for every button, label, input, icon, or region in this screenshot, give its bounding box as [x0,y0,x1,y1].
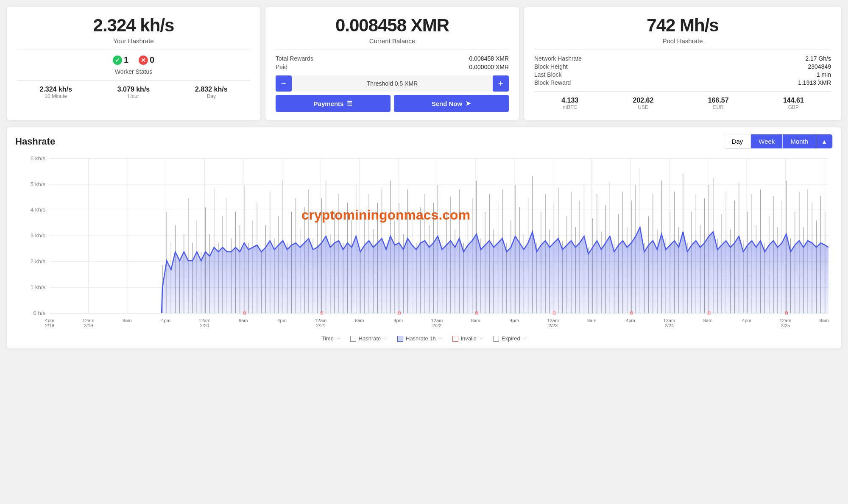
expired-legend-box [493,336,499,342]
block-height-label: Block Height [534,63,568,70]
balance-panel: 0.008458 XMR Current Balance Total Rewar… [265,7,519,120]
payments-icon: ☰ [347,100,352,107]
stat-10min-label: 10 Minute [39,93,72,99]
paid-row: Paid 0.000000 XMR [276,64,509,70]
block-reward-value: 1.1913 XMR [798,79,831,86]
chart-section: Hashrate Day Week Month ▲ cryptominingon… [7,127,841,348]
legend-hashrate1h: Hashrate 1h -- [397,335,442,342]
svg-text:6 kh/s: 6 kh/s [31,155,45,161]
svg-text:0 h/s: 0 h/s [33,310,45,316]
legend-hashrate1h-value: -- [438,335,442,342]
chart-svg: 6 kh/s 5 kh/s 4 kh/s 3 kh/s 2 kh/s 1 kh/… [15,154,833,332]
chart-header: Hashrate Day Week Month ▲ [15,134,833,149]
svg-text:4 kh/s: 4 kh/s [31,206,45,213]
gbp-label: GBP [783,104,804,110]
legend-hashrate-value: -- [383,335,387,342]
pool-hashrate-value: 742 Mh/s [534,15,831,36]
stat-hour-label: Hour [117,93,150,99]
legend-expired-label: Expired [502,335,520,342]
period-arrow-button[interactable]: ▲ [816,134,832,148]
threshold-row: − Threshold 0.5 XMR + [276,75,509,92]
svg-text:2 kh/s: 2 kh/s [31,258,45,265]
svg-text:3 kh/s: 3 kh/s [31,232,45,239]
svg-text:12am: 12am [83,318,95,323]
usd-stat: 202.62 USD [633,97,653,110]
stat-10min: 2.324 kh/s 10 Minute [39,86,72,99]
svg-text:12am: 12am [199,318,211,323]
send-icon: ➤ [466,100,471,107]
invalid-legend-box [452,336,458,342]
threshold-label: Threshold 0.5 XMR [292,75,493,92]
svg-text:12am: 12am [315,318,327,323]
stat-hour-value: 3.079 kh/s [117,86,150,93]
chart-area: cryptominingonmacs.com 6 kh/s 5 kh/s 4 k… [15,154,833,332]
svg-text:4pm: 4pm [45,318,54,323]
svg-text:2/24: 2/24 [665,323,674,328]
svg-text:12am: 12am [663,318,675,323]
hashrate-panel: 2.324 kh/s Your Hashrate ✓ 1 ✕ 0 Worker … [7,7,260,120]
block-height-row: Block Height 2304849 [534,63,831,70]
worker-status-row: ✓ 1 ✕ 0 [17,55,250,65]
stat-day-value: 2.832 kh/s [195,86,228,93]
threshold-minus-button[interactable]: − [276,75,292,92]
hashrate-label: Your Hashrate [17,37,250,45]
block-reward-row: Block Reward 1.1913 XMR [534,79,831,86]
svg-text:8am: 8am [703,318,713,323]
legend-expired-value: -- [523,335,527,342]
period-week-button[interactable]: Week [751,134,783,148]
eur-value: 166.57 [708,97,729,104]
block-height-value: 2304849 [808,63,831,70]
svg-text:8am: 8am [587,318,597,323]
svg-text:5 kh/s: 5 kh/s [31,181,45,187]
legend-expired: Expired -- [493,335,527,342]
chart-title: Hashrate [15,136,55,147]
stat-day-label: Day [195,93,228,99]
hashrate-value: 2.324 kh/s [17,15,250,36]
svg-text:12am: 12am [431,318,443,323]
last-block-label: Last Block [534,71,562,78]
svg-text:4pm: 4pm [626,318,635,323]
worker-status-label: Worker Status [17,68,250,75]
balance-label: Current Balance [276,37,509,45]
legend-invalid-value: -- [479,335,483,342]
price-row: 4.133 mBTC 202.62 USD 166.57 EUR 144.61 … [534,97,831,110]
total-rewards-label: Total Rewards [276,55,313,62]
paid-value: 0.000000 XMR [469,64,509,70]
payments-button[interactable]: Payments ☰ [276,95,391,112]
send-now-button[interactable]: Send Now ➤ [394,95,509,112]
worker-offline-icon: ✕ [139,56,148,65]
worker-offline-count: 0 [150,55,154,65]
legend-time-value: -- [336,335,340,342]
worker-offline-item: ✕ 0 [139,55,154,65]
svg-text:8am: 8am [820,318,829,323]
worker-online-icon: ✓ [113,56,122,65]
svg-text:2/25: 2/25 [781,323,790,328]
threshold-plus-button[interactable]: + [493,75,509,92]
svg-text:2/20: 2/20 [200,323,209,328]
svg-text:4pm: 4pm [161,318,170,323]
network-hashrate-label: Network Hashrate [534,55,582,62]
legend-hashrate1h-label: Hashrate 1h [406,335,436,342]
total-rewards-row: Total Rewards 0.008458 XMR [276,55,509,62]
svg-text:2/19: 2/19 [84,323,93,328]
stat-day: 2.832 kh/s Day [195,86,228,99]
hashrate-stats: 2.324 kh/s 10 Minute 3.079 kh/s Hour 2.8… [17,86,250,99]
worker-online-count: 1 [124,55,128,65]
pool-hashrate-label: Pool Hashrate [534,37,831,45]
legend-time-label: Time [322,335,334,342]
svg-text:8am: 8am [355,318,364,323]
period-month-button[interactable]: Month [783,134,816,148]
payments-label: Payments [314,100,344,107]
pool-panel: 742 Mh/s Pool Hashrate Network Hashrate … [524,7,841,120]
period-day-button[interactable]: Day [724,134,751,148]
paid-label: Paid [276,64,287,70]
legend-hashrate: Hashrate -- [350,335,387,342]
svg-text:12am: 12am [779,318,791,323]
gbp-stat: 144.61 GBP [783,97,804,110]
mbtc-stat: 4.133 mBTC [561,97,578,110]
svg-text:4pm: 4pm [393,318,403,323]
block-reward-label: Block Reward [534,79,571,86]
mbtc-value: 4.133 [561,97,578,104]
svg-text:4pm: 4pm [510,318,519,323]
svg-text:8am: 8am [471,318,480,323]
